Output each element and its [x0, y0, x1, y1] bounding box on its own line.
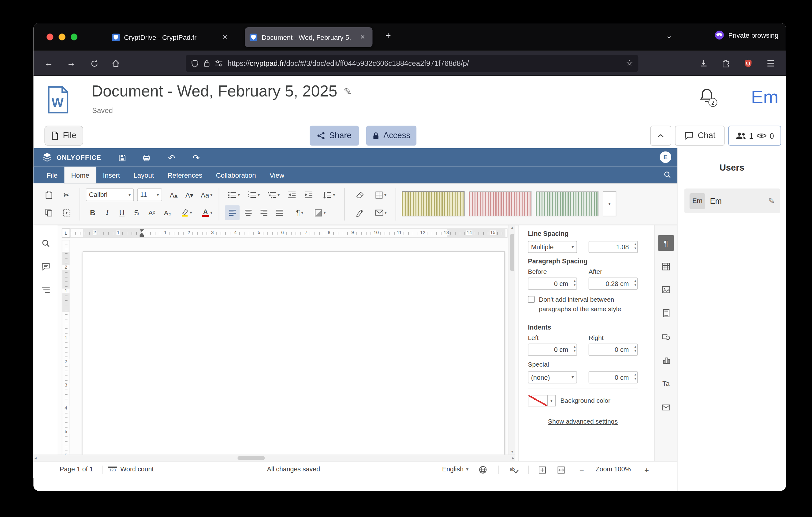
menu-tab-references[interactable]: References: [161, 167, 209, 184]
no-interval-checkbox[interactable]: [528, 296, 534, 303]
spacing-before-input[interactable]: 0 cm ▴▾: [528, 277, 577, 290]
ublock-button[interactable]: [739, 55, 757, 72]
downloads-button[interactable]: [695, 55, 713, 72]
superscript-button[interactable]: A²: [144, 205, 159, 220]
increase-font-button[interactable]: A▴: [167, 187, 181, 202]
scroll-up-arrow[interactable]: ▴: [509, 225, 516, 230]
spellcheck-button[interactable]: ab: [509, 465, 520, 475]
indent-right-input[interactable]: 0 cm ▴▾: [589, 344, 638, 356]
textart-settings-tab[interactable]: Ta: [658, 376, 674, 391]
zoom-level[interactable]: Zoom 100%: [591, 466, 635, 473]
collapse-toolbar-button[interactable]: [650, 126, 671, 145]
image-settings-tab[interactable]: [658, 282, 674, 297]
vertical-scrollbar[interactable]: ▴ ▾: [509, 225, 515, 455]
background-color-caret[interactable]: ▾: [548, 395, 556, 406]
spin-up-icon[interactable]: ▴: [635, 345, 636, 349]
scroll-left-arrow[interactable]: ◂: [35, 456, 37, 460]
find-button[interactable]: [40, 238, 51, 248]
hanging-indent-marker[interactable]: [140, 233, 144, 235]
menu-tab-collaboration[interactable]: Collaboration: [209, 167, 262, 184]
menu-tab-file[interactable]: File: [40, 167, 64, 184]
traffic-close-button[interactable]: [47, 33, 53, 40]
fit-width-button[interactable]: [555, 465, 567, 475]
align-right-button[interactable]: [256, 205, 271, 220]
spin-down-icon[interactable]: ▾: [635, 349, 636, 353]
style-preview-heading[interactable]: [536, 191, 599, 216]
indent-left-input[interactable]: 0 cm ▴▾: [528, 344, 577, 356]
horizontal-scroll-thumb[interactable]: [237, 456, 265, 460]
spin-down-icon[interactable]: ▾: [574, 349, 576, 353]
menu-tab-insert[interactable]: Insert: [96, 167, 127, 184]
advanced-settings-link[interactable]: Show advanced settings: [519, 418, 647, 426]
tab-close-icon[interactable]: ✕: [220, 32, 230, 42]
spin-up-icon[interactable]: ▴: [635, 373, 636, 376]
paragraph-settings-tab[interactable]: ¶: [658, 235, 674, 251]
menu-tab-view[interactable]: View: [263, 167, 291, 184]
style-preview-no-spacing[interactable]: [469, 191, 531, 216]
traffic-minimize-button[interactable]: [59, 33, 65, 40]
spin-down-icon[interactable]: ▾: [635, 377, 636, 380]
first-line-indent-marker[interactable]: [140, 229, 144, 232]
menu-tab-layout[interactable]: Layout: [127, 167, 161, 184]
background-color-picker[interactable]: ▾: [528, 395, 556, 406]
spin-up-icon[interactable]: ▴: [574, 279, 576, 282]
horizontal-scrollbar[interactable]: ◂ ▸: [33, 455, 515, 461]
change-case-button[interactable]: Aa▾: [198, 187, 215, 202]
tab-close-icon[interactable]: ✕: [357, 32, 368, 42]
special-select[interactable]: (none)▾: [528, 371, 577, 383]
font-name-select[interactable]: Calibri▾: [86, 189, 134, 201]
zoom-out-button[interactable]: −: [576, 465, 588, 475]
multilevel-list-button[interactable]: ▾: [265, 187, 282, 202]
navigation-headings-button[interactable]: [40, 284, 51, 295]
line-spacing-select[interactable]: Multiple▾: [528, 241, 577, 253]
vertical-ruler[interactable]: 2 1 1 2 3 4 5 6: [62, 240, 70, 461]
spacing-after-input[interactable]: 0.28 cm ▴▾: [589, 277, 638, 290]
mail-merge-settings-tab[interactable]: [658, 400, 674, 415]
set-language-button[interactable]: [477, 465, 489, 475]
word-count-button[interactable]: Word count: [120, 466, 153, 473]
extensions-button[interactable]: [717, 55, 735, 72]
clear-style-button[interactable]: [353, 187, 368, 202]
borders-button[interactable]: ▾: [371, 187, 390, 202]
paste-button[interactable]: [41, 187, 56, 202]
user-list-item[interactable]: Em Em ✎: [685, 189, 780, 213]
styles-gallery-expand-button[interactable]: ▾: [603, 191, 616, 216]
scroll-down-arrow[interactable]: ▾: [509, 449, 516, 454]
share-button[interactable]: Share: [310, 126, 359, 145]
url-bar[interactable]: https://cryptpad.fr/doc/#/3/doc/edit/ff0…: [186, 55, 638, 72]
italic-button[interactable]: I: [100, 205, 114, 220]
line-spacing-amount[interactable]: 1.08 ▴▾: [589, 241, 638, 253]
style-preview-normal[interactable]: [402, 191, 464, 216]
select-all-button[interactable]: [59, 205, 74, 220]
undo-button[interactable]: ↶: [164, 151, 179, 165]
spin-down-icon[interactable]: ▾: [574, 283, 576, 287]
copy-style-button[interactable]: [353, 205, 368, 220]
shading-button[interactable]: ▾: [311, 205, 330, 220]
header-footer-settings-tab[interactable]: [658, 305, 674, 321]
tab-stop-selector[interactable]: L: [62, 228, 70, 238]
bullet-list-button[interactable]: ▾: [225, 187, 242, 202]
document-title[interactable]: Document - Wed, February 5, 2025: [91, 82, 337, 100]
spin-up-icon[interactable]: ▴: [635, 243, 636, 246]
notifications-button[interactable]: 2: [699, 88, 715, 104]
language-select[interactable]: English ▾: [442, 466, 468, 473]
underline-button[interactable]: U: [115, 205, 128, 220]
url-text[interactable]: https://cryptpad.fr/doc/#/3/doc/edit/ff0…: [228, 59, 621, 67]
editor-search-button[interactable]: [663, 171, 671, 179]
subscript-button[interactable]: A₂: [160, 205, 175, 220]
spin-up-icon[interactable]: ▴: [635, 279, 636, 282]
tab-cryptdrive[interactable]: CryptDrive - CryptPad.fr ✕: [107, 27, 235, 47]
highlight-color-button[interactable]: ▾: [177, 205, 196, 220]
rename-pencil-icon[interactable]: ✎: [344, 85, 352, 97]
font-size-select[interactable]: 11▾: [137, 189, 162, 201]
cut-button[interactable]: ✂: [59, 187, 74, 202]
spin-up-icon[interactable]: ▴: [574, 345, 576, 349]
chat-button[interactable]: Chat: [675, 126, 725, 145]
save-button[interactable]: [114, 151, 129, 165]
line-spacing-button[interactable]: ▾: [320, 187, 338, 202]
background-color-swatch[interactable]: [528, 395, 548, 406]
print-button[interactable]: [139, 151, 154, 165]
mail-merge-button[interactable]: ▾: [371, 205, 390, 220]
document-page[interactable]: [83, 251, 505, 461]
horizontal-ruler[interactable]: 2 1 1 2 3 4 5 6 7 8 9 10 11 12 1: [70, 228, 508, 238]
